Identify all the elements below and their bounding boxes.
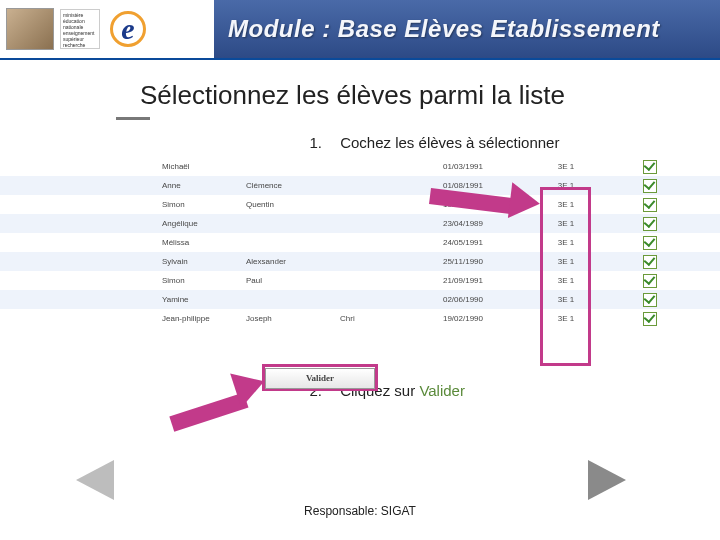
row-checkbox[interactable]	[643, 217, 657, 231]
title-underline	[116, 117, 150, 120]
row-checkbox[interactable]	[643, 236, 657, 250]
cell-prenom1: Jean-philippe	[158, 314, 242, 323]
cell-prenom1: Anne	[158, 181, 242, 190]
table-row: AnneClémence01/08/19913E 1	[0, 176, 720, 195]
cell-date: 01/03/1991	[414, 162, 512, 171]
cell-date: 25/11/1990	[414, 257, 512, 266]
table-row: SimonQuentin16/12/19903E 1	[0, 195, 720, 214]
module-title: Module : Base Elèves Etablissement	[214, 0, 720, 58]
cell-date: 02/06/1990	[414, 295, 512, 304]
cell-prenom1: Michaël	[158, 162, 242, 171]
instruction-number: 1.	[300, 134, 322, 151]
row-checkbox[interactable]	[643, 198, 657, 212]
cell-prenom2: Joseph	[242, 314, 336, 323]
cell-prenom2: Clémence	[242, 181, 336, 190]
photo-thumbnail	[6, 8, 54, 50]
cell-classe: 3E 1	[512, 276, 620, 285]
cell-classe: 3E 1	[512, 257, 620, 266]
cell-prenom1: Mélissa	[158, 238, 242, 247]
validate-button-highlight: Valider	[262, 364, 378, 391]
cell-classe: 3E 1	[512, 238, 620, 247]
cell-classe: 3E 1	[512, 162, 620, 171]
page-title: Sélectionnez les élèves parmi la liste	[140, 80, 720, 111]
instruction-valider-word: Valider	[419, 382, 465, 399]
cell-prenom1: Yamine	[158, 295, 242, 304]
header-logos: ministère éducation nationale enseigneme…	[0, 0, 206, 58]
cell-classe: 3E 1	[512, 314, 620, 323]
e-logo: e	[106, 7, 150, 51]
table-row: Michaël01/03/19913E 1	[0, 157, 720, 176]
instruction-1: 1. Cochez les élèves à sélectionner	[300, 134, 720, 151]
cell-date: 19/02/1990	[414, 314, 512, 323]
students-table: Michaël01/03/19913E 1AnneClémence01/08/1…	[0, 157, 720, 328]
cell-prenom1: Angélique	[158, 219, 242, 228]
cell-prenom1: Sylvain	[158, 257, 242, 266]
row-checkbox[interactable]	[643, 255, 657, 269]
cell-date: 21/09/1991	[414, 276, 512, 285]
table-row: Jean-philippeJosephChri19/02/19903E 1	[0, 309, 720, 328]
table-row: SimonPaul21/09/19913E 1	[0, 271, 720, 290]
table-row: SylvainAlexsander25/11/19903E 1	[0, 252, 720, 271]
row-checkbox[interactable]	[643, 274, 657, 288]
row-checkbox[interactable]	[643, 160, 657, 174]
table-row: Angélique23/04/19893E 1	[0, 214, 720, 233]
row-checkbox[interactable]	[643, 312, 657, 326]
cell-classe: 3E 1	[512, 295, 620, 304]
table-row: Mélissa24/05/19913E 1	[0, 233, 720, 252]
cell-prenom1: Simon	[158, 276, 242, 285]
header-banner: ministère éducation nationale enseigneme…	[0, 0, 720, 60]
footer-responsible: Responsable: SIGAT	[0, 504, 720, 518]
previous-slide-button[interactable]	[76, 460, 114, 500]
cell-prenom3: Chri	[336, 314, 414, 323]
cell-prenom2: Quentin	[242, 200, 336, 209]
cell-prenom2: Paul	[242, 276, 336, 285]
ministry-text-logo: ministère éducation nationale enseigneme…	[60, 9, 100, 49]
cell-prenom2: Alexsander	[242, 257, 336, 266]
row-checkbox[interactable]	[643, 293, 657, 307]
cell-date: 01/08/1991	[414, 181, 512, 190]
validate-button[interactable]: Valider	[265, 368, 375, 389]
cell-prenom1: Simon	[158, 200, 242, 209]
instruction-text: Cochez les élèves à sélectionner	[340, 134, 559, 151]
cell-date: 23/04/1989	[414, 219, 512, 228]
row-checkbox[interactable]	[643, 179, 657, 193]
cell-date: 24/05/1991	[414, 238, 512, 247]
table-row: Yamine02/06/19903E 1	[0, 290, 720, 309]
next-slide-button[interactable]	[588, 460, 626, 500]
